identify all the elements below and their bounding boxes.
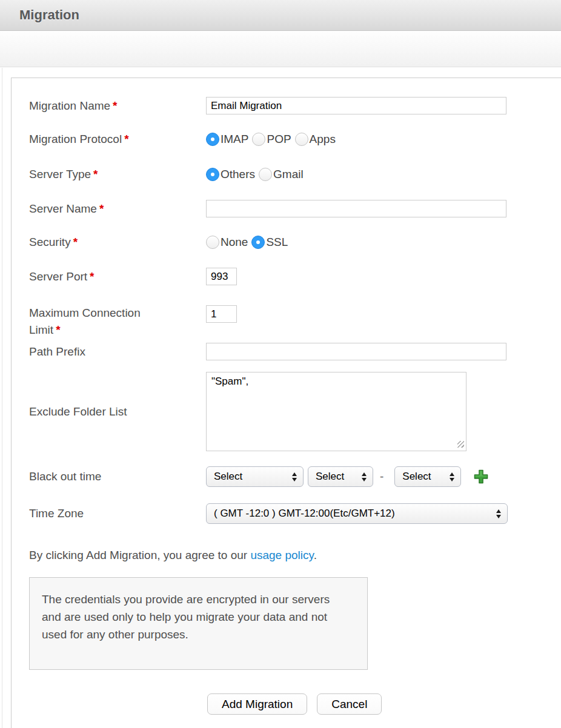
field-row-exclude-folder-list: Exclude Folder List "Spam", [29, 372, 561, 451]
path-prefix-input[interactable] [206, 343, 506, 360]
form-actions: Add Migration Cancel [207, 693, 561, 715]
field-row-max-connection-limit: Maximum Connection Limit* [29, 305, 561, 339]
container-left-edge [2, 68, 2, 728]
agreement-text: By clicking Add Migration, you agree to … [29, 549, 561, 562]
migration-protocol-radio-group: IMAP POP Apps [206, 132, 339, 147]
radio-icon[interactable] [259, 168, 272, 181]
toolbar-strip [0, 31, 561, 67]
blackout-start-select[interactable]: Select [308, 466, 373, 487]
radio-label: Others [221, 168, 255, 181]
field-row-black-out-time: Black out time Select Select - Select [29, 466, 561, 487]
field-row-security: Security* None SSL [29, 234, 561, 251]
radio-icon-selected[interactable] [251, 236, 265, 249]
radio-label: Gmail [273, 168, 304, 181]
required-asterisk: * [113, 99, 117, 112]
select-arrows-icon [496, 509, 501, 518]
required-asterisk: * [90, 270, 94, 283]
required-asterisk: * [56, 323, 60, 336]
radio-option-gmail[interactable]: Gmail [259, 168, 304, 181]
max-connection-limit-input[interactable] [206, 305, 237, 323]
radio-label: Apps [310, 133, 336, 146]
field-row-server-name: Server Name* [29, 200, 561, 217]
required-asterisk: * [124, 133, 128, 145]
cancel-button[interactable]: Cancel [317, 693, 382, 715]
radio-option-apps[interactable]: Apps [295, 133, 336, 146]
server-port-label: Server Port* [29, 268, 206, 285]
radio-option-pop[interactable]: POP [252, 133, 291, 146]
migration-name-input[interactable] [206, 97, 506, 114]
radio-icon-selected[interactable] [206, 133, 219, 146]
black-out-time-label: Black out time [29, 468, 206, 485]
usage-policy-link[interactable]: usage policy [250, 549, 313, 561]
radio-option-none[interactable]: None [206, 236, 248, 249]
server-type-label: Server Type* [29, 166, 206, 183]
agreement-text-after: . [314, 549, 317, 561]
radio-option-imap[interactable]: IMAP [206, 133, 248, 146]
range-separator: - [380, 470, 383, 483]
add-migration-button[interactable]: Add Migration [207, 693, 307, 715]
field-row-time-zone: Time Zone ( GMT -12:0 ) GMT-12:00(Etc/GM… [29, 503, 561, 524]
path-prefix-label: Path Prefix [29, 343, 206, 360]
radio-icon-selected[interactable] [206, 168, 219, 181]
migration-protocol-label: Migration Protocol* [29, 131, 206, 148]
credentials-note-text: The credentials you provide are encrypte… [42, 593, 330, 641]
select-arrows-icon [362, 472, 367, 481]
select-value: Select [214, 471, 242, 483]
add-blackout-button[interactable] [473, 468, 490, 485]
radio-icon[interactable] [295, 133, 308, 146]
plus-icon [473, 468, 490, 485]
migration-form-panel: Migration Name* Migration Protocol* IMAP… [11, 78, 561, 728]
credentials-note-box: The credentials you provide are encrypte… [29, 577, 368, 670]
radio-label: None [221, 236, 248, 249]
max-connection-limit-label: Maximum Connection Limit* [29, 305, 206, 339]
radio-label: POP [267, 133, 291, 146]
select-arrows-icon [450, 472, 454, 481]
field-row-server-port: Server Port* [29, 268, 561, 285]
select-value: ( GMT -12:0 ) GMT-12:00(Etc/GMT+12) [214, 508, 395, 520]
time-zone-select[interactable]: ( GMT -12:0 ) GMT-12:00(Etc/GMT+12) [206, 503, 508, 524]
radio-label: SSL [266, 236, 288, 249]
select-arrows-icon [292, 472, 297, 481]
time-zone-label: Time Zone [29, 505, 206, 522]
field-row-migration-name: Migration Name* [29, 97, 561, 114]
radio-label: IMAP [221, 133, 248, 146]
server-type-radio-group: Others Gmail [206, 167, 307, 182]
server-name-label: Server Name* [29, 200, 206, 217]
blackout-end-select[interactable]: Select [394, 466, 461, 487]
radio-icon[interactable] [206, 236, 219, 249]
required-asterisk: * [93, 168, 98, 180]
radio-icon[interactable] [252, 133, 265, 146]
security-label: Security* [29, 234, 206, 251]
agreement-text-before: By clicking Add Migration, you agree to … [29, 549, 247, 561]
select-value: Select [316, 471, 344, 483]
radio-option-ssl[interactable]: SSL [251, 236, 288, 249]
server-port-input[interactable] [206, 268, 237, 285]
server-name-input[interactable] [206, 200, 506, 217]
migration-name-label: Migration Name* [29, 98, 206, 114]
field-row-migration-protocol: Migration Protocol* IMAP POP Apps [29, 131, 561, 148]
blackout-day-select[interactable]: Select [206, 466, 304, 487]
black-out-time-controls: Select Select - Select [206, 466, 490, 487]
field-row-path-prefix: Path Prefix [29, 343, 561, 360]
required-asterisk: * [99, 202, 104, 215]
exclude-folder-list-label: Exclude Folder List [29, 403, 206, 420]
exclude-folder-list-textarea[interactable]: "Spam", [206, 372, 466, 451]
page-title: Migration [0, 7, 79, 23]
security-radio-group: None SSL [206, 235, 291, 250]
field-row-server-type: Server Type* Others Gmail [29, 166, 561, 183]
select-value: Select [402, 471, 431, 483]
title-bar: Migration [0, 0, 561, 31]
radio-option-others[interactable]: Others [206, 168, 255, 181]
required-asterisk: * [73, 236, 78, 248]
